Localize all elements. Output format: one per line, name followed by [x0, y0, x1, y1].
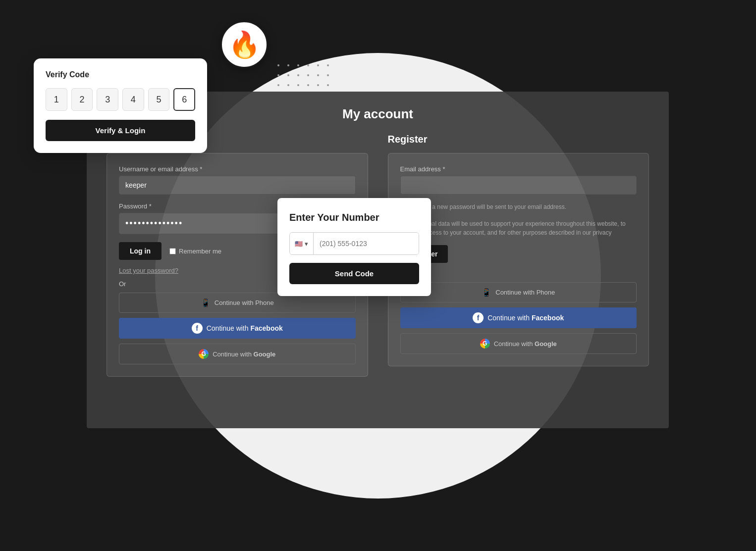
code-box-5[interactable]: 5	[148, 88, 170, 111]
phone-icon-login: 📱	[201, 298, 211, 307]
username-label: Username or email address *	[119, 165, 356, 173]
lost-password-link[interactable]: Lost your password?	[119, 267, 178, 274]
phone-number-input[interactable]	[314, 233, 419, 254]
firebase-logo-bubble: 🔥	[220, 21, 268, 68]
facebook-icon-login: f	[192, 323, 203, 334]
email-input[interactable]	[400, 176, 637, 195]
register-heading: Register	[388, 134, 649, 145]
flag-emoji: 🇺🇸	[295, 240, 303, 248]
continue-with-facebook-button-register[interactable]: f Continue with Facebook	[400, 307, 637, 328]
dot-grid-decoration	[277, 64, 335, 92]
verify-code-card: Verify Code 1 2 3 4 5 6 Verify & Login	[34, 58, 207, 153]
code-box-4[interactable]: 4	[122, 88, 144, 111]
code-box-6[interactable]: 6	[173, 88, 195, 111]
verify-login-button[interactable]: Verify & Login	[46, 120, 195, 141]
register-info-2: Your personal data will be used to suppo…	[400, 219, 637, 237]
code-boxes-row: 1 2 3 4 5 6	[46, 88, 195, 111]
continue-with-google-button-register[interactable]: G Continue with Google	[400, 333, 637, 354]
phone-input-row[interactable]: 🇺🇸 ▾	[289, 232, 419, 255]
google-icon-register: G	[480, 339, 490, 349]
code-box-1[interactable]: 1	[46, 88, 67, 111]
login-button[interactable]: Log in	[119, 242, 162, 260]
country-code-label: ▾	[305, 240, 308, 248]
continue-with-phone-button-register[interactable]: 📱 Continue with Phone	[400, 282, 637, 302]
code-box-2[interactable]: 2	[71, 88, 93, 111]
send-code-button[interactable]: Send Code	[289, 263, 419, 284]
verify-code-title: Verify Code	[46, 70, 195, 79]
email-label: Email address *	[400, 165, 637, 173]
register-info-1: A link to set a new password will be sen…	[400, 202, 637, 211]
remember-me-label[interactable]: Remember me	[169, 248, 221, 255]
or-divider-register: Or	[400, 270, 637, 277]
continue-with-facebook-button-login[interactable]: f Continue with Facebook	[119, 318, 356, 339]
remember-me-checkbox[interactable]	[169, 248, 176, 254]
google-icon-login: G	[199, 349, 209, 359]
facebook-icon-register: f	[473, 312, 484, 323]
flag-selector[interactable]: 🇺🇸 ▾	[290, 233, 314, 254]
firebase-flame-icon: 🔥	[228, 30, 261, 60]
username-input[interactable]	[119, 176, 356, 195]
modal-title: Enter Your Number	[289, 212, 419, 223]
code-box-3[interactable]: 3	[97, 88, 118, 111]
phone-icon-register: 📱	[482, 288, 491, 297]
phone-number-modal: Enter Your Number 🇺🇸 ▾ Send Code	[277, 198, 431, 296]
continue-with-google-button-login[interactable]: G Continue with Google	[119, 344, 356, 364]
